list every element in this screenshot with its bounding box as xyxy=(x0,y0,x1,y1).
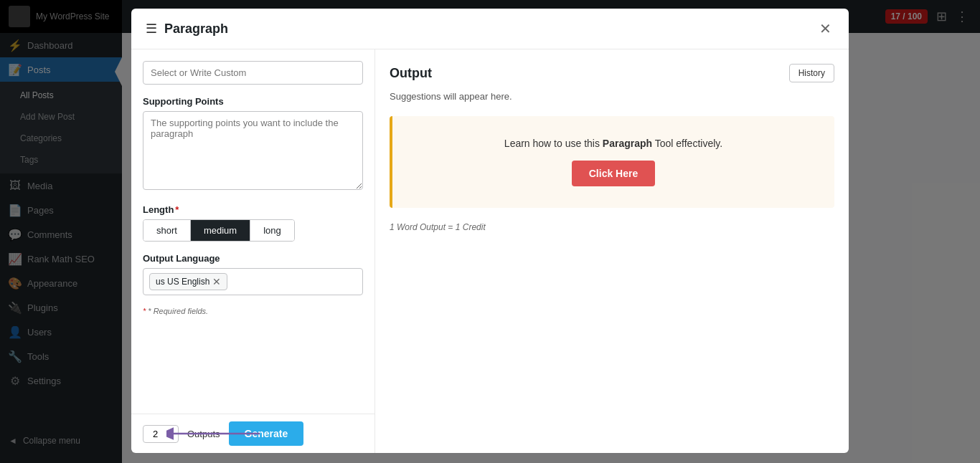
modal-title: Paragraph xyxy=(164,22,228,37)
modal-overlay: ☰ Paragraph ✕ Supporting Points xyxy=(0,0,980,463)
select-custom-input[interactable] xyxy=(143,61,363,85)
language-tag-text: us US English xyxy=(156,277,209,287)
output-title: Output xyxy=(390,66,432,81)
length-group: Length* short medium long xyxy=(143,204,363,242)
hamburger-icon[interactable]: ☰ xyxy=(146,21,157,37)
modal-right-panel: Output History Suggestions will appear h… xyxy=(375,49,849,453)
supporting-points-group: Supporting Points xyxy=(143,96,363,193)
info-box: Learn how to use this Paragraph Tool eff… xyxy=(390,116,834,208)
language-input-wrap: us US English ✕ xyxy=(143,268,363,295)
output-language-group: Output Language us US English ✕ xyxy=(143,253,363,295)
arrow-annotation xyxy=(166,423,267,444)
modal-left-panel: Supporting Points Length* short medium l… xyxy=(131,49,375,453)
output-suggestion: Suggestions will appear here. xyxy=(390,91,834,102)
length-medium-button[interactable]: medium xyxy=(191,220,250,241)
length-button-group: short medium long xyxy=(143,219,295,242)
supporting-points-textarea[interactable] xyxy=(143,111,363,190)
info-box-text: Learn how to use this Paragraph Tool eff… xyxy=(410,138,817,149)
length-long-button[interactable]: long xyxy=(250,220,294,241)
modal-body: Supporting Points Length* short medium l… xyxy=(131,49,849,453)
language-tag: us US English ✕ xyxy=(149,273,227,290)
required-note: * * Required fields. xyxy=(143,307,363,315)
modal-left-scroll[interactable]: Supporting Points Length* short medium l… xyxy=(131,49,374,414)
click-here-button[interactable]: Click Here xyxy=(572,161,655,186)
length-short-button[interactable]: short xyxy=(143,220,191,241)
history-button[interactable]: History xyxy=(789,64,834,82)
supporting-points-label: Supporting Points xyxy=(143,96,363,107)
modal-footer: Outputs Generate xyxy=(131,414,374,453)
modal-right-scroll[interactable]: Output History Suggestions will appear h… xyxy=(375,49,849,453)
select-custom-group xyxy=(143,61,363,85)
output-language-label: Output Language xyxy=(143,253,363,264)
modal-header: ☰ Paragraph ✕ xyxy=(131,9,849,49)
output-header: Output History xyxy=(390,64,834,82)
credit-note: 1 Word Output = 1 Credit xyxy=(390,222,834,232)
modal-close-button[interactable]: ✕ xyxy=(816,19,834,39)
length-label: Length* xyxy=(143,204,363,215)
modal-header-left: ☰ Paragraph xyxy=(146,21,228,37)
paragraph-modal: ☰ Paragraph ✕ Supporting Points xyxy=(131,9,849,453)
language-tag-remove[interactable]: ✕ xyxy=(212,277,221,287)
